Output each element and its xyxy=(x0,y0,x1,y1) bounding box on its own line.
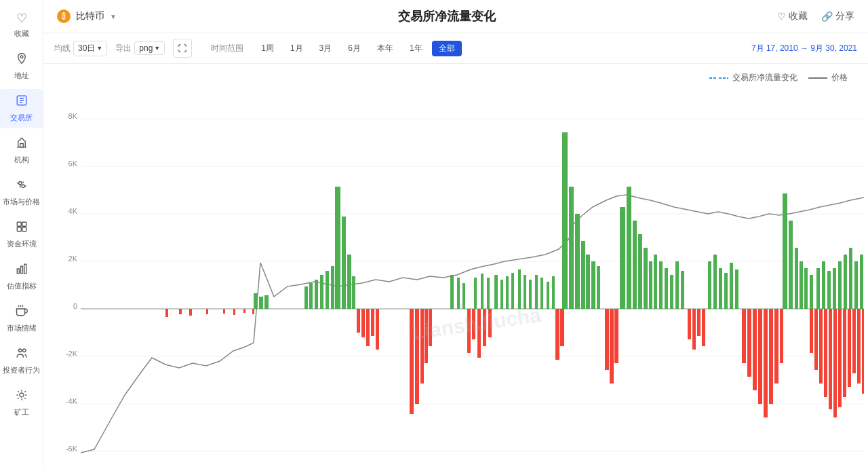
sidebar-item-address[interactable]: 地址 xyxy=(0,47,43,86)
svg-rect-75 xyxy=(506,276,509,309)
chart-legend: 交易所净流量变化 价格 xyxy=(43,69,868,86)
svg-rect-112 xyxy=(800,261,803,309)
svg-rect-121 xyxy=(849,248,852,309)
time-btn-ytd[interactable]: 本年 xyxy=(370,41,400,56)
export-value: png xyxy=(139,43,153,53)
sidebar-label-exchange: 交易所 xyxy=(10,113,33,123)
svg-rect-94 xyxy=(638,234,642,309)
sidebar-label-valuation: 估值指标 xyxy=(7,281,37,291)
svg-rect-108 xyxy=(735,269,738,309)
svg-rect-169 xyxy=(179,309,182,314)
funds-icon xyxy=(16,221,28,236)
svg-rect-167 xyxy=(862,309,865,394)
svg-point-14 xyxy=(20,393,24,397)
svg-rect-97 xyxy=(654,255,657,309)
sidebar-item-funds[interactable]: 资金环境 xyxy=(0,215,43,255)
time-btn-3m[interactable]: 3月 xyxy=(313,41,339,56)
svg-rect-114 xyxy=(810,275,813,309)
svg-rect-78 xyxy=(524,275,526,309)
svg-rect-162 xyxy=(838,309,842,407)
svg-text:-4K: -4K xyxy=(66,397,78,405)
svg-rect-90 xyxy=(597,266,600,309)
time-btn-1w[interactable]: 1周 xyxy=(254,41,281,56)
coin-dropdown-icon[interactable]: ▼ xyxy=(110,13,117,20)
svg-rect-124 xyxy=(357,309,360,333)
sidebar-item-valuation[interactable]: 估值指标 xyxy=(0,257,43,297)
export-group: 导出 png ▼ xyxy=(115,41,165,55)
sidebar-label-favorites: 收藏 xyxy=(14,29,29,39)
time-btn-all[interactable]: 全部 xyxy=(432,41,462,56)
svg-rect-168 xyxy=(165,309,168,317)
sidebar-label-institution: 机构 xyxy=(14,155,29,165)
svg-rect-142 xyxy=(610,309,614,384)
legend-price: 价格 xyxy=(808,72,848,83)
svg-rect-65 xyxy=(326,271,329,309)
svg-rect-88 xyxy=(586,255,590,309)
svg-rect-83 xyxy=(552,276,555,309)
svg-rect-6 xyxy=(22,222,26,226)
svg-rect-74 xyxy=(500,280,503,309)
svg-rect-9 xyxy=(17,269,19,274)
svg-rect-73 xyxy=(494,275,498,309)
time-range-label: 时间范围 xyxy=(211,43,243,54)
sidebar-item-investor[interactable]: 投资者行为 xyxy=(0,341,43,381)
date-range: 7月 17, 2010 → 9月 30, 2021 xyxy=(751,43,857,54)
svg-rect-157 xyxy=(814,309,818,370)
btc-icon: ₿ xyxy=(57,10,71,23)
svg-point-4 xyxy=(22,185,25,188)
sidebar-label-miner: 矿工 xyxy=(14,407,29,417)
svg-rect-61 xyxy=(304,286,308,309)
sidebar-item-miner[interactable]: 矿工 xyxy=(0,384,43,423)
svg-rect-81 xyxy=(540,278,543,309)
svg-text:0: 0 xyxy=(73,302,77,310)
sidebar-item-exchange[interactable]: 交易所 xyxy=(0,89,43,128)
svg-point-3 xyxy=(18,182,22,185)
svg-rect-123 xyxy=(860,255,863,309)
svg-rect-101 xyxy=(675,261,679,309)
svg-rect-120 xyxy=(844,255,847,309)
svg-text:6K: 6K xyxy=(68,160,78,168)
svg-rect-166 xyxy=(857,309,861,384)
svg-rect-67 xyxy=(450,275,454,309)
time-btn-1y[interactable]: 1年 xyxy=(403,41,429,56)
svg-rect-113 xyxy=(804,268,808,309)
ma-select[interactable]: 30日 ▼ xyxy=(73,41,107,56)
collect-label: 收藏 xyxy=(789,10,808,22)
market-icon xyxy=(16,179,28,194)
collect-button[interactable]: ♡ 收藏 xyxy=(777,10,808,22)
fullscreen-button[interactable] xyxy=(173,39,192,58)
svg-rect-85 xyxy=(569,187,574,309)
sidebar-item-sentiment[interactable]: 市场情绪 xyxy=(0,299,43,339)
svg-rect-164 xyxy=(848,309,851,387)
svg-rect-119 xyxy=(838,261,842,309)
sidebar-item-institution[interactable]: 机构 xyxy=(0,131,43,170)
svg-rect-89 xyxy=(591,261,595,309)
svg-rect-174 xyxy=(243,309,245,313)
time-btn-6m[interactable]: 6月 xyxy=(341,41,368,56)
svg-rect-107 xyxy=(730,263,733,309)
svg-rect-161 xyxy=(833,309,837,417)
sidebar-item-favorites[interactable]: ♡ 收藏 xyxy=(0,5,43,44)
time-btn-1m[interactable]: 1月 xyxy=(283,41,310,56)
svg-point-0 xyxy=(20,56,23,58)
svg-point-12 xyxy=(18,349,22,352)
svg-rect-59 xyxy=(347,255,351,309)
institution-icon xyxy=(16,136,28,152)
svg-rect-76 xyxy=(511,273,514,309)
sidebar-item-market[interactable]: 市场与价格 xyxy=(0,173,43,212)
svg-rect-117 xyxy=(827,271,831,309)
coin-name: 比特币 xyxy=(76,10,104,22)
coin-selector[interactable]: ₿ 比特币 ▼ xyxy=(57,10,117,23)
svg-rect-5 xyxy=(17,222,21,226)
main-content: ₿ 比特币 ▼ 交易所净流量变化 ♡ 收藏 🔗 分享 均线 30日 ▼ 导出 xyxy=(43,0,868,467)
share-button[interactable]: 🔗 分享 xyxy=(821,10,854,22)
svg-point-13 xyxy=(22,349,26,352)
svg-rect-72 xyxy=(487,278,490,309)
svg-text:2K: 2K xyxy=(68,255,78,263)
svg-text:-2K: -2K xyxy=(66,350,78,358)
svg-text:8K: 8K xyxy=(68,112,78,120)
svg-rect-77 xyxy=(518,269,521,309)
export-select[interactable]: png ▼ xyxy=(134,41,165,55)
svg-rect-149 xyxy=(747,309,751,377)
header-actions: ♡ 收藏 🔗 分享 xyxy=(777,10,854,22)
